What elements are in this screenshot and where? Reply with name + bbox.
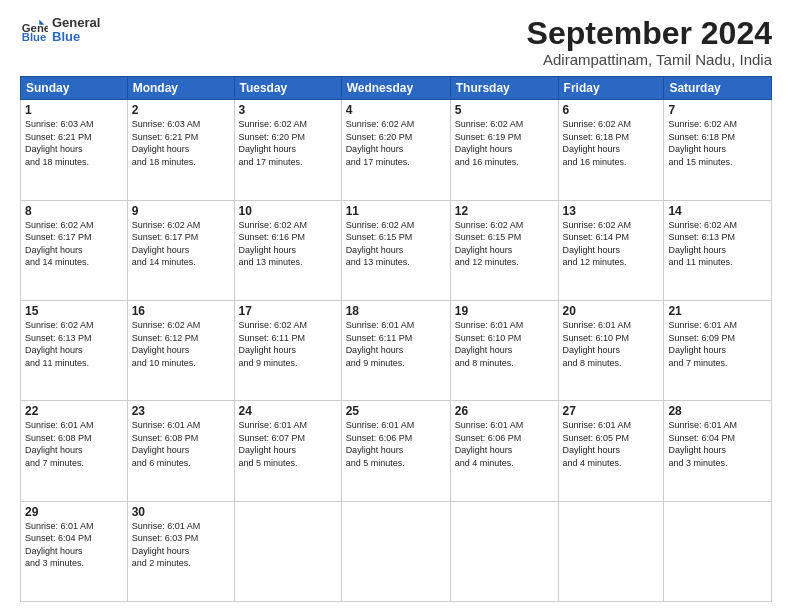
svg-text:Blue: Blue [22, 31, 47, 43]
day-info: Sunrise: 6:02 AMSunset: 6:18 PMDaylight … [668, 119, 737, 167]
day-number: 12 [455, 204, 554, 218]
day-info: Sunrise: 6:02 AMSunset: 6:11 PMDaylight … [239, 320, 308, 368]
day-number: 2 [132, 103, 230, 117]
calendar-cell: 25Sunrise: 6:01 AMSunset: 6:06 PMDayligh… [341, 401, 450, 501]
calendar-cell: 16Sunrise: 6:02 AMSunset: 6:12 PMDayligh… [127, 300, 234, 400]
day-number: 17 [239, 304, 337, 318]
day-number: 18 [346, 304, 446, 318]
calendar-cell: 21Sunrise: 6:01 AMSunset: 6:09 PMDayligh… [664, 300, 772, 400]
logo-line2: Blue [52, 30, 100, 44]
calendar-cell: 26Sunrise: 6:01 AMSunset: 6:06 PMDayligh… [450, 401, 558, 501]
calendar-week-row: 22Sunrise: 6:01 AMSunset: 6:08 PMDayligh… [21, 401, 772, 501]
calendar-cell [664, 501, 772, 601]
day-info: Sunrise: 6:01 AMSunset: 6:03 PMDaylight … [132, 521, 201, 569]
calendar-cell: 7Sunrise: 6:02 AMSunset: 6:18 PMDaylight… [664, 100, 772, 200]
calendar-cell: 3Sunrise: 6:02 AMSunset: 6:20 PMDaylight… [234, 100, 341, 200]
day-number: 26 [455, 404, 554, 418]
day-info: Sunrise: 6:02 AMSunset: 6:18 PMDaylight … [563, 119, 632, 167]
day-number: 19 [455, 304, 554, 318]
location-title: Adirampattinam, Tamil Nadu, India [527, 51, 772, 68]
day-number: 16 [132, 304, 230, 318]
calendar-cell: 4Sunrise: 6:02 AMSunset: 6:20 PMDaylight… [341, 100, 450, 200]
calendar-week-row: 1Sunrise: 6:03 AMSunset: 6:21 PMDaylight… [21, 100, 772, 200]
col-wednesday: Wednesday [341, 77, 450, 100]
day-info: Sunrise: 6:02 AMSunset: 6:13 PMDaylight … [668, 220, 737, 268]
day-number: 29 [25, 505, 123, 519]
day-number: 23 [132, 404, 230, 418]
day-number: 20 [563, 304, 660, 318]
day-info: Sunrise: 6:01 AMSunset: 6:10 PMDaylight … [455, 320, 524, 368]
calendar-cell: 24Sunrise: 6:01 AMSunset: 6:07 PMDayligh… [234, 401, 341, 501]
day-number: 8 [25, 204, 123, 218]
day-number: 10 [239, 204, 337, 218]
day-number: 7 [668, 103, 767, 117]
day-number: 1 [25, 103, 123, 117]
day-info: Sunrise: 6:01 AMSunset: 6:05 PMDaylight … [563, 420, 632, 468]
calendar-cell: 27Sunrise: 6:01 AMSunset: 6:05 PMDayligh… [558, 401, 664, 501]
col-friday: Friday [558, 77, 664, 100]
day-number: 13 [563, 204, 660, 218]
calendar-table: Sunday Monday Tuesday Wednesday Thursday… [20, 76, 772, 602]
calendar-week-row: 29Sunrise: 6:01 AMSunset: 6:04 PMDayligh… [21, 501, 772, 601]
col-saturday: Saturday [664, 77, 772, 100]
calendar-cell: 14Sunrise: 6:02 AMSunset: 6:13 PMDayligh… [664, 200, 772, 300]
calendar-cell: 22Sunrise: 6:01 AMSunset: 6:08 PMDayligh… [21, 401, 128, 501]
day-number: 27 [563, 404, 660, 418]
logo-line1: General [52, 16, 100, 30]
calendar-cell [234, 501, 341, 601]
calendar-cell: 5Sunrise: 6:02 AMSunset: 6:19 PMDaylight… [450, 100, 558, 200]
day-info: Sunrise: 6:02 AMSunset: 6:15 PMDaylight … [346, 220, 415, 268]
day-number: 4 [346, 103, 446, 117]
calendar-cell: 15Sunrise: 6:02 AMSunset: 6:13 PMDayligh… [21, 300, 128, 400]
calendar-cell: 29Sunrise: 6:01 AMSunset: 6:04 PMDayligh… [21, 501, 128, 601]
col-monday: Monday [127, 77, 234, 100]
calendar-cell [341, 501, 450, 601]
title-block: September 2024 Adirampattinam, Tamil Nad… [527, 16, 772, 68]
day-number: 21 [668, 304, 767, 318]
calendar-cell [450, 501, 558, 601]
day-info: Sunrise: 6:03 AMSunset: 6:21 PMDaylight … [132, 119, 201, 167]
logo-icon: General Blue [20, 16, 48, 44]
calendar-cell: 1Sunrise: 6:03 AMSunset: 6:21 PMDaylight… [21, 100, 128, 200]
day-number: 6 [563, 103, 660, 117]
col-thursday: Thursday [450, 77, 558, 100]
calendar-cell: 8Sunrise: 6:02 AMSunset: 6:17 PMDaylight… [21, 200, 128, 300]
day-number: 11 [346, 204, 446, 218]
day-number: 24 [239, 404, 337, 418]
calendar-cell: 17Sunrise: 6:02 AMSunset: 6:11 PMDayligh… [234, 300, 341, 400]
calendar-week-row: 15Sunrise: 6:02 AMSunset: 6:13 PMDayligh… [21, 300, 772, 400]
col-sunday: Sunday [21, 77, 128, 100]
day-info: Sunrise: 6:02 AMSunset: 6:14 PMDaylight … [563, 220, 632, 268]
day-info: Sunrise: 6:02 AMSunset: 6:15 PMDaylight … [455, 220, 524, 268]
calendar-week-row: 8Sunrise: 6:02 AMSunset: 6:17 PMDaylight… [21, 200, 772, 300]
col-tuesday: Tuesday [234, 77, 341, 100]
day-info: Sunrise: 6:01 AMSunset: 6:04 PMDaylight … [25, 521, 94, 569]
calendar-cell: 13Sunrise: 6:02 AMSunset: 6:14 PMDayligh… [558, 200, 664, 300]
calendar-cell: 2Sunrise: 6:03 AMSunset: 6:21 PMDaylight… [127, 100, 234, 200]
calendar-cell: 6Sunrise: 6:02 AMSunset: 6:18 PMDaylight… [558, 100, 664, 200]
day-number: 14 [668, 204, 767, 218]
calendar-cell: 18Sunrise: 6:01 AMSunset: 6:11 PMDayligh… [341, 300, 450, 400]
header: General Blue General Blue September 2024… [20, 16, 772, 68]
day-info: Sunrise: 6:01 AMSunset: 6:06 PMDaylight … [455, 420, 524, 468]
day-info: Sunrise: 6:02 AMSunset: 6:12 PMDaylight … [132, 320, 201, 368]
day-number: 9 [132, 204, 230, 218]
day-number: 22 [25, 404, 123, 418]
day-info: Sunrise: 6:02 AMSunset: 6:19 PMDaylight … [455, 119, 524, 167]
day-number: 15 [25, 304, 123, 318]
calendar-cell: 19Sunrise: 6:01 AMSunset: 6:10 PMDayligh… [450, 300, 558, 400]
calendar-cell: 28Sunrise: 6:01 AMSunset: 6:04 PMDayligh… [664, 401, 772, 501]
month-title: September 2024 [527, 16, 772, 51]
calendar-cell: 20Sunrise: 6:01 AMSunset: 6:10 PMDayligh… [558, 300, 664, 400]
day-info: Sunrise: 6:01 AMSunset: 6:10 PMDaylight … [563, 320, 632, 368]
calendar-cell: 10Sunrise: 6:02 AMSunset: 6:16 PMDayligh… [234, 200, 341, 300]
day-number: 28 [668, 404, 767, 418]
day-info: Sunrise: 6:02 AMSunset: 6:17 PMDaylight … [132, 220, 201, 268]
day-info: Sunrise: 6:01 AMSunset: 6:07 PMDaylight … [239, 420, 308, 468]
page: General Blue General Blue September 2024… [0, 0, 792, 612]
calendar-cell [558, 501, 664, 601]
day-info: Sunrise: 6:01 AMSunset: 6:06 PMDaylight … [346, 420, 415, 468]
logo: General Blue General Blue [20, 16, 100, 45]
calendar-cell: 11Sunrise: 6:02 AMSunset: 6:15 PMDayligh… [341, 200, 450, 300]
calendar-header-row: Sunday Monday Tuesday Wednesday Thursday… [21, 77, 772, 100]
